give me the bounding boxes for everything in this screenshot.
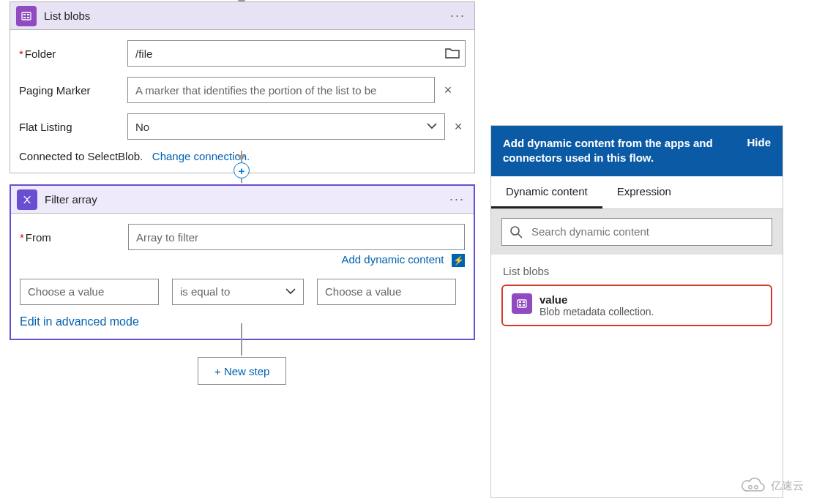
- blob-connector-icon: [16, 6, 37, 26]
- add-dynamic-content-link[interactable]: Add dynamic content: [341, 253, 444, 266]
- dc-item-value[interactable]: value Blob metadata collection.: [501, 285, 772, 326]
- dynamic-content-tabs: Dynamic content Expression: [491, 176, 783, 209]
- folder-label: *Folder: [19, 48, 127, 60]
- list-blobs-title: List blobs: [44, 10, 447, 22]
- dc-section-list-blobs: List blobs: [491, 255, 783, 285]
- svg-point-12: [749, 486, 752, 489]
- svg-point-5: [511, 227, 519, 235]
- from-input[interactable]: [128, 224, 465, 250]
- dynamic-content-icon[interactable]: ⚡: [452, 254, 465, 267]
- svg-rect-8: [519, 301, 521, 303]
- dc-item-title: value: [539, 293, 654, 306]
- folder-picker-icon[interactable]: [445, 48, 460, 59]
- list-blobs-header[interactable]: List blobs ···: [10, 2, 474, 30]
- close-icon[interactable]: ×: [451, 119, 466, 134]
- svg-rect-4: [27, 17, 29, 18]
- dynamic-content-search[interactable]: [501, 218, 772, 246]
- flat-listing-select[interactable]: No: [127, 113, 445, 140]
- tab-expression[interactable]: Expression: [602, 176, 686, 208]
- edit-advanced-mode-link[interactable]: Edit in advanced mode: [20, 315, 139, 328]
- dynamic-content-header: Add dynamic content from the apps and co…: [491, 126, 783, 176]
- cloud-icon: [742, 478, 766, 494]
- search-icon: [509, 225, 523, 238]
- svg-rect-3: [27, 14, 29, 15]
- condition-operator-select[interactable]: is equal to: [172, 279, 304, 305]
- more-icon[interactable]: ···: [447, 8, 468, 23]
- flat-listing-label: Flat Listing: [19, 121, 127, 133]
- condition-right-value[interactable]: Choose a value: [317, 279, 456, 305]
- svg-rect-10: [523, 301, 525, 303]
- svg-point-13: [755, 486, 758, 489]
- tab-dynamic-content[interactable]: Dynamic content: [491, 176, 602, 208]
- dynamic-content-search-input[interactable]: [530, 225, 764, 238]
- watermark: 亿速云: [742, 478, 804, 494]
- list-blobs-card: List blobs ··· *Folder Paging Marker ×: [10, 1, 475, 173]
- add-action-button[interactable]: +: [234, 162, 250, 178]
- chevron-down-icon: [285, 288, 296, 296]
- connector-line: [241, 323, 242, 356]
- hide-panel-button[interactable]: Hide: [747, 136, 771, 148]
- svg-rect-0: [22, 12, 31, 20]
- paging-marker-label: Paging Marker: [19, 84, 127, 97]
- filter-array-card: Filter array ··· *From Add dynamic conte…: [10, 184, 475, 340]
- filter-array-title: Filter array: [45, 193, 447, 206]
- condition-left-value[interactable]: Choose a value: [20, 279, 159, 305]
- close-icon[interactable]: ×: [441, 83, 455, 97]
- more-icon[interactable]: ···: [447, 192, 468, 207]
- folder-input[interactable]: [127, 40, 466, 67]
- dc-item-subtitle: Blob metadata collection.: [539, 306, 654, 317]
- dynamic-content-panel: Add dynamic content from the apps and co…: [490, 125, 783, 498]
- blob-connector-icon: [512, 293, 532, 314]
- chevron-down-icon: [427, 123, 437, 130]
- arrow-icon: [237, 155, 246, 161]
- svg-rect-11: [523, 304, 525, 306]
- new-step-button[interactable]: + New step: [198, 357, 286, 385]
- from-label: *From: [20, 231, 128, 244]
- svg-rect-1: [23, 14, 26, 15]
- data-operations-icon: [17, 189, 37, 210]
- svg-rect-7: [518, 300, 526, 307]
- paging-marker-input[interactable]: [127, 77, 435, 103]
- filter-array-header[interactable]: Filter array ···: [11, 186, 474, 214]
- change-connection-link[interactable]: Change connection.: [152, 150, 250, 162]
- svg-rect-2: [23, 17, 26, 18]
- svg-rect-9: [519, 304, 521, 306]
- svg-line-6: [518, 234, 522, 238]
